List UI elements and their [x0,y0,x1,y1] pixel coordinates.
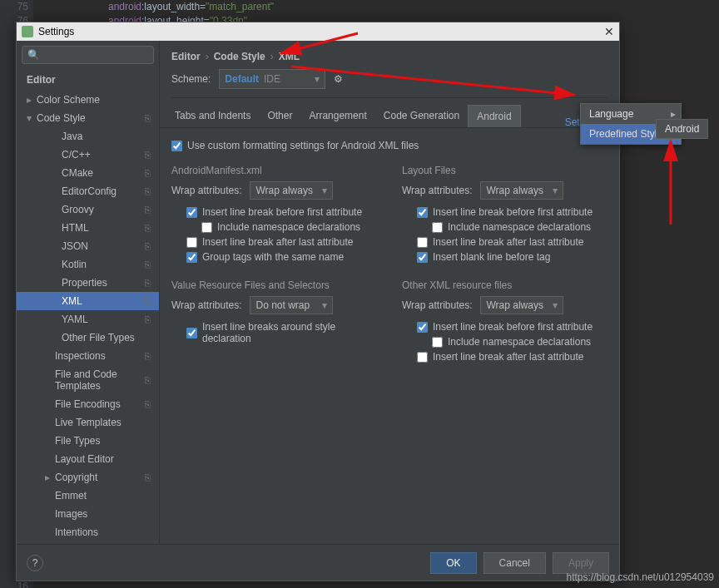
code-line: android:layout_width="match_parent" [108,0,274,12]
manifest-incl-ns[interactable]: Include namespace declarations [201,221,377,233]
tab-arrangement[interactable]: Arrangement [300,105,374,127]
manifest-wrap-dropdown[interactable]: Wrap always▾ [250,181,333,200]
tree-item-java[interactable]: Java [17,127,159,146]
tree-item-cmake[interactable]: CMake⎘ [17,164,159,182]
help-button[interactable]: ? [27,555,43,571]
layout-ins-after[interactable]: Insert line break after last attribute [417,236,607,248]
tree-item-editorconfig[interactable]: EditorConfig⎘ [17,182,159,200]
tree-item-language-injections[interactable]: ▸Language Injections⎘ [17,541,159,544]
dialog-footer: ? OK Cancel Apply [17,544,619,581]
search-icon: 🔍 [27,49,40,61]
close-icon[interactable]: ✕ [604,25,614,38]
app-icon [22,26,33,37]
settings-sidebar: 🔍 Editor ▸Color Scheme ▾Code Style⎘ Java… [17,41,160,544]
layout-wrap-dropdown[interactable]: Wrap always▾ [480,181,563,200]
tree-item-properties[interactable]: Properties⎘ [17,274,159,292]
tree-item-xml[interactable]: XML⎘ [17,292,159,310]
tab-code-generation[interactable]: Code Generation [375,105,468,127]
layout-ins-before[interactable]: Insert line break before first attribute [417,206,607,218]
scheme-dropdown[interactable]: DefaultIDE▾ [219,69,325,89]
otherxml-ins-after[interactable]: Insert line break after last attribute [417,351,607,363]
tree-item-intentions[interactable]: Intentions [17,523,159,541]
otherxml-ins-before[interactable]: Insert line break before first attribute [417,321,607,333]
tree-item-c-c-[interactable]: C/C++⎘ [17,146,159,164]
manifest-group-tags[interactable]: Group tags with the same name [186,251,377,263]
settings-dialog: Settings ✕ 🔍 Editor ▸Color Scheme ▾Code … [16,22,620,581]
tab-android[interactable]: Android [468,105,520,127]
manifest-ins-before[interactable]: Insert line break before first attribute [186,206,377,218]
tree-item-live-templates[interactable]: Live Templates [17,413,159,432]
breadcrumb: Editor›Code Style›XML [160,41,619,69]
valueres-style-decl[interactable]: Insert line breaks around style declarat… [186,321,377,344]
scheme-label: Scheme: [171,73,211,85]
tree-item-other-file-types[interactable]: Other File Types [17,329,159,347]
android-submenu-item[interactable]: Android [656,119,708,139]
tree-item-file-encodings[interactable]: File Encodings⎘ [17,395,159,413]
settings-tree[interactable]: Editor ▸Color Scheme ▾Code Style⎘ JavaC/… [17,69,159,544]
tree-item-file-types[interactable]: File Types [17,432,159,450]
tree-section-editor: Editor [17,69,159,91]
use-custom-checkbox[interactable]: Use custom formatting settings for Andro… [171,140,607,151]
section-other-xml: Other XML resource files [402,279,607,291]
section-layout: Layout Files [402,165,607,176]
tree-item-yaml[interactable]: YAML⎘ [17,310,159,329]
tree-item-layout-editor[interactable]: Layout Editor [17,450,159,468]
dialog-title: Settings [38,26,74,37]
section-manifest: AndroidManifest.xml [171,165,377,176]
tree-item-inspections[interactable]: Inspections⎘ [17,347,159,365]
tree-item-json[interactable]: JSON⎘ [17,237,159,255]
otherxml-incl-ns[interactable]: Include namespace declarations [432,336,607,348]
tab-other[interactable]: Other [259,105,300,127]
tree-item-images[interactable]: Images [17,505,159,523]
settings-main: Editor›Code Style›XML Scheme: DefaultIDE… [160,41,619,544]
search-input[interactable]: 🔍 [22,46,154,64]
tree-item-file-and-code-templates[interactable]: File and Code Templates⎘ [17,365,159,395]
copy-icon: ⎘ [145,113,151,123]
otherxml-wrap-dropdown[interactable]: Wrap always▾ [480,296,563,314]
tree-item-code-style[interactable]: ▾Code Style⎘ [17,109,159,127]
ok-button[interactable]: OK [430,552,476,574]
layout-blank-before[interactable]: Insert blank line before tag [417,251,607,263]
layout-incl-ns[interactable]: Include namespace declarations [432,221,607,233]
tree-item-emmet[interactable]: Emmet [17,487,159,505]
cancel-button[interactable]: Cancel [483,552,546,574]
tab-tabs-indents[interactable]: Tabs and Indents [166,105,259,127]
apply-button[interactable]: Apply [553,552,609,574]
valueres-wrap-dropdown[interactable]: Do not wrap▾ [250,296,333,314]
gear-icon[interactable]: ⚙ [334,73,343,85]
android-pane: Use custom formatting settings for Andro… [160,128,619,544]
search-field[interactable] [43,49,148,61]
dialog-titlebar[interactable]: Settings ✕ [17,22,619,41]
tree-item-copyright[interactable]: ▸Copyright⎘ [17,468,159,487]
tree-item-groovy[interactable]: Groovy⎘ [17,200,159,219]
tree-item-color-scheme[interactable]: ▸Color Scheme [17,91,159,109]
manifest-ins-after[interactable]: Insert line break after last attribute [186,236,377,248]
tree-item-html[interactable]: HTML⎘ [17,219,159,237]
section-value-res: Value Resource Files and Selectors [171,279,377,291]
tree-item-kotlin[interactable]: Kotlin⎘ [17,255,159,274]
watermark: https://blog.csdn.net/u012954039 [567,571,714,583]
tab-bar: Tabs and Indents Other Arrangement Code … [160,105,619,128]
